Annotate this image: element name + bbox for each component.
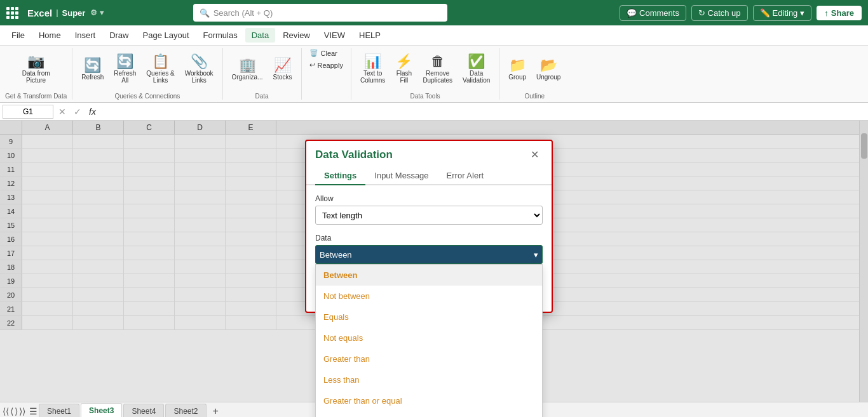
formula-bar: ✕ ✓ fx [0,103,868,121]
reapply-button[interactable]: ↩ Reapply [307,60,346,70]
ribbon-group-label-data: Data [255,90,269,100]
menu-draw[interactable]: Draw [103,28,135,43]
menu-help[interactable]: HELP [353,28,387,43]
menu-review[interactable]: Review [276,28,316,43]
sheet-tab-sheet1[interactable]: Sheet1 [39,404,79,417]
title-bar: Excel | Super ⚙ ▾ 🔍 Search (Alt + Q) 💬 C… [0,0,868,25]
menu-bar: File Home Insert Draw Page Layout Formul… [0,25,868,46]
search-bar[interactable]: 🔍 Search (Alt + Q) [193,4,447,22]
app-logo: Excel | Super ⚙ ▾ [27,8,104,18]
app-name: Excel [27,8,52,18]
text-columns-icon: 📊 [364,55,381,69]
allow-select[interactable]: Text length [315,206,543,225]
dropdown-item-greater-than-or-equal[interactable]: Greater than or equal [316,390,542,411]
waffle-icon[interactable] [6,7,18,19]
queries-icon: 📋 [152,55,169,69]
comments-button[interactable]: 💬 Comments [620,5,686,21]
sheet-nav[interactable]: ⟨⟨ ⟨ ⟩ ⟩⟩ [3,406,25,416]
formula-fx: fx [86,107,98,117]
picture-icon: 📷 [27,55,44,69]
clear-label: Clear [321,50,337,57]
ribbon-group-label-queries: Queries & Connections [115,90,180,100]
cell-reference-input[interactable] [3,105,53,119]
remove-duplicates-button[interactable]: 🗑 RemoveDuplicates [419,52,456,86]
dropdown-item-equals[interactable]: Equals [316,307,542,328]
stocks-icon: 📈 [274,58,291,72]
workbook-links-button[interactable]: 📎 WorkbookLinks [181,52,217,86]
formula-check: ✓ [71,107,84,117]
sheet-nav-prev[interactable]: ⟨ [10,406,13,416]
group-button[interactable]: 📁 Group [505,56,530,83]
sheet-nav-first[interactable]: ⟨⟨ [3,406,9,416]
main-area: A B C D E 9 10 11 [0,121,868,402]
editing-button[interactable]: ✏️ Editing ▾ [753,5,812,21]
refresh-all-button[interactable]: 🔄 RefreshAll [110,52,140,86]
ribbon-group-outline: 📁 Group 📂 Ungroup Outline [499,48,569,100]
dropdown-item-not-equals[interactable]: Not equals [316,328,542,348]
ribbon-queries-icons: 🔄 Refresh 🔄 RefreshAll 📋 Queries &Links … [78,48,217,90]
sheet-nav-last[interactable]: ⟩⟩ [19,406,25,416]
data-validation-button[interactable]: ✅ DataValidation [459,52,494,86]
share-label: Share [831,8,854,18]
sheet-tab-sheet2[interactable]: Sheet2 [165,404,206,417]
ribbon-group-stocks: 🏢 Organiza... 📈 Stocks Data [223,48,302,100]
dropdown-selected-value: Between [320,250,352,260]
ribbon-group-label-data-tools: Data Tools [410,90,440,100]
menu-home[interactable]: Home [32,28,67,43]
dropdown-item-greater-than[interactable]: Greater than [316,348,542,369]
menu-data[interactable]: Data [245,28,275,43]
refresh-all-icon: 🔄 [116,55,133,69]
ribbon-group-clear-reapply: 🗑️ Clear ↩ Reapply [302,48,351,100]
queries-links-button[interactable]: 📋 Queries &Links [142,52,178,86]
sheet-tab-sheet4[interactable]: Sheet4 [123,404,164,417]
ungroup-button[interactable]: 📂 Ungroup [532,56,564,83]
add-sheet-button[interactable]: + [208,403,224,418]
data-dropdown-list: Between Not between Equals Not equals Gr… [315,264,543,417]
menu-file[interactable]: File [5,28,31,43]
dropdown-item-less-than-or-equal[interactable]: Less than or equal [316,411,542,417]
stocks-button[interactable]: 📈 Stocks [269,56,296,83]
catch-up-button[interactable]: ↻ Catch up [691,5,748,21]
sheet-menu-icon[interactable]: ☰ [29,406,37,416]
menu-formulas[interactable]: Formulas [197,28,244,43]
share-button[interactable]: ↑ Share [817,6,862,20]
tab-error-alert[interactable]: Error Alert [438,167,493,185]
ribbon: 📷 Data fromPicture Get & Transform Data … [0,46,868,103]
tab-input-message[interactable]: Input Message [365,167,437,185]
validation-icon: ✅ [468,55,485,69]
editing-pencil-icon: ✏️ [760,8,770,18]
ribbon-group-label-transform: Get & Transform Data [5,90,67,100]
reapply-icon: ↩ [309,61,315,69]
ungroup-icon: 📂 [540,58,557,72]
sheet-tab-sheet3[interactable]: Sheet3 [81,403,122,417]
menu-view[interactable]: VIEW [318,28,351,43]
refresh-button[interactable]: 🔄 Refresh [78,56,107,83]
ribbon-group-label-outline: Outline [525,90,545,100]
allow-label: Allow [315,194,543,203]
data-label: Data [315,234,543,242]
clear-button[interactable]: 🗑️ Clear [307,48,340,58]
menu-page-layout[interactable]: Page Layout [137,28,196,43]
search-placeholder: Search (Alt + Q) [214,8,273,18]
dialog-close-button[interactable]: ✕ [527,147,543,162]
flash-fill-button[interactable]: ⚡ FlashFill [391,52,416,86]
data-validation-dialog: Data Validation ✕ Settings Input Message… [305,140,553,313]
dropdown-item-not-between[interactable]: Not between [316,286,542,307]
tab-settings[interactable]: Settings [315,167,365,185]
allow-field: Allow Text length [315,194,543,225]
organize-button[interactable]: 🏢 Organiza... [228,56,267,83]
formula-input[interactable] [101,107,865,116]
data-from-picture-button[interactable]: 📷 Data fromPicture [18,52,54,86]
text-to-columns-button[interactable]: 📊 Text toColumns [356,52,389,86]
dropdown-item-less-than[interactable]: Less than [316,369,542,390]
sheet-nav-next[interactable]: ⟩ [15,406,18,416]
dropdown-item-between[interactable]: Between [316,265,542,286]
data-from-picture-label: Data fromPicture [22,70,50,84]
data-dropdown-trigger[interactable]: Between ▾ [315,245,543,264]
share-icon: ↑ [824,8,829,18]
menu-insert[interactable]: Insert [69,28,102,43]
formula-separator: ✕ [56,107,69,117]
data-dropdown-container: Between ▾ Between Not between Equals Not… [315,245,543,264]
ribbon-group-queries: 🔄 Refresh 🔄 RefreshAll 📋 Queries &Links … [72,48,222,100]
remove-dupes-icon: 🗑 [431,55,445,69]
